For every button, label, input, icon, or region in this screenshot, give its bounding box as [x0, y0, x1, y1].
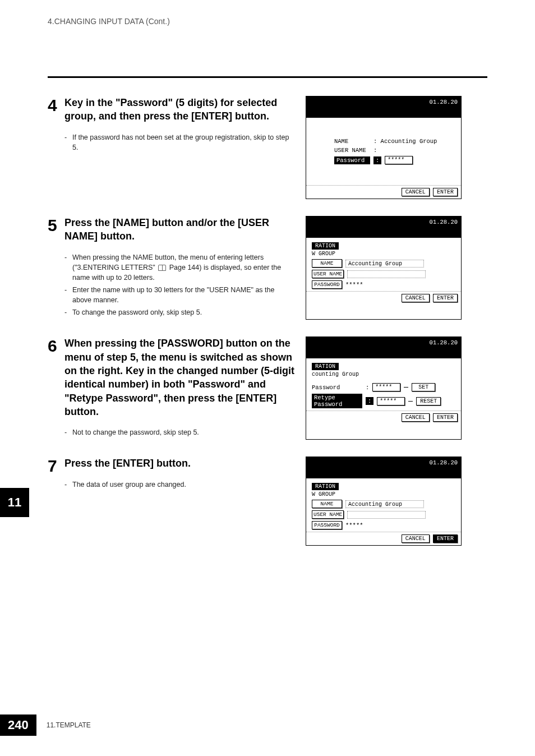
bullet-dash: - [64, 427, 72, 437]
cancel-button[interactable]: CANCEL [402, 534, 430, 543]
enter-button[interactable]: ENTER [433, 534, 458, 543]
name-value: : Accounting Group [373, 138, 437, 145]
step-6: 6 When pressing the [PASSWORD] button on… [48, 336, 487, 440]
password-value: ***** [345, 522, 363, 529]
timestamp: 01.28.20 [430, 219, 458, 225]
enter-button[interactable]: ENTER [433, 188, 458, 196]
step-7: 7 Press the [ENTER] button. - The data o… [48, 457, 487, 546]
retype-input[interactable]: ***** [377, 397, 405, 405]
timestamp: 01.28.20 [430, 99, 458, 105]
bullet-dash: - [64, 307, 72, 317]
screenshot-step5: 01.28.20 RATION W GROUP NAME Accounting … [306, 216, 462, 320]
screenshot-step6: 01.28.20 RATION counting Group Password … [306, 336, 462, 440]
bullet-text: If the password has not been set at the … [72, 132, 294, 153]
step-5: 5 Press the [NAME] button and/or the [US… [48, 216, 487, 320]
step-title: Press the [NAME] button and/or the [USER… [64, 216, 294, 243]
username-label: USER NAME [334, 147, 370, 154]
enter-button[interactable]: ENTER [433, 413, 458, 422]
enter-button[interactable]: ENTER [433, 294, 458, 302]
username-value [347, 270, 426, 278]
step-title: Key in the "Password" (5 digits) for sel… [64, 96, 294, 123]
username-value [347, 511, 426, 519]
password-input[interactable]: ***** [372, 383, 400, 391]
password-label: Password [312, 384, 362, 391]
bullet-dash: - [64, 132, 72, 153]
name-value: Accounting Group [345, 500, 424, 508]
cancel-button[interactable]: CANCEL [402, 188, 430, 196]
subheading: W GROUP [312, 251, 455, 257]
screenshot-step4: 01.28.20 NAME : Accounting Group USER NA… [306, 96, 462, 199]
timestamp: 01.28.20 [430, 339, 458, 346]
username-button[interactable]: USER NAME [312, 270, 344, 278]
tab-label: RATION [312, 242, 339, 250]
password-button[interactable]: PASSWORD [312, 521, 342, 529]
screenshot-step7: 01.28.20 RATION W GROUP NAME Accounting … [306, 457, 462, 546]
retype-label: Retype Password [312, 394, 362, 408]
subheading: counting Group [312, 371, 455, 377]
cancel-button[interactable]: CANCEL [402, 294, 430, 302]
password-value: ***** [345, 282, 363, 288]
chapter-label: 11.TEMPLATE [47, 721, 91, 729]
colon: : [366, 384, 369, 391]
step-4: 4 Key in the "Password" (5 digits) for s… [48, 96, 487, 199]
step-number: 6 [48, 336, 64, 440]
tab-label: RATION [312, 483, 339, 490]
colon: : [366, 397, 373, 405]
step-title: Press the [ENTER] button. [64, 457, 294, 470]
bullet-text: To change the password only, skip step 5… [72, 307, 294, 317]
step-title: When pressing the [PASSWORD] button on t… [64, 336, 294, 418]
page-header: 4.CHANGING INPUT DATA (Cont.) [48, 17, 487, 78]
step-number: 5 [48, 216, 64, 320]
page-footer: 240 11.TEMPLATE [0, 714, 91, 736]
password-input[interactable]: ***** [385, 156, 413, 164]
bullet-text: When pressing the NAME button, the menu … [72, 252, 294, 283]
chapter-tab: 11 [0, 488, 29, 517]
bullet-text: Enter the name with up to 30 letters for… [72, 285, 294, 305]
name-button[interactable]: NAME [312, 259, 342, 268]
name-label: NAME [334, 138, 370, 145]
bullet-dash: - [64, 252, 72, 283]
step-number: 7 [48, 457, 64, 546]
password-button[interactable]: PASSWORD [312, 280, 342, 289]
subheading: W GROUP [312, 491, 455, 497]
name-value: Accounting Group [345, 260, 424, 268]
cancel-button[interactable]: CANCEL [402, 413, 430, 422]
reset-button[interactable]: RESET [416, 397, 441, 405]
set-button[interactable]: SET [412, 383, 435, 391]
timestamp: 01.28.20 [430, 459, 458, 466]
book-icon [158, 265, 166, 271]
bullet-text: Not to change the password, skip step 5. [72, 427, 294, 437]
name-button[interactable]: NAME [312, 500, 342, 508]
colon: : [373, 156, 381, 164]
password-label: Password [334, 156, 370, 164]
bullet-text: The data of user group are changed. [72, 480, 294, 490]
page-number: 240 [0, 714, 36, 736]
username-value: : [373, 147, 377, 154]
bullet-dash: - [64, 285, 72, 305]
tab-label: RATION [312, 363, 339, 370]
step-number: 4 [48, 96, 64, 199]
username-button[interactable]: USER NAME [312, 510, 344, 519]
bullet-dash: - [64, 480, 72, 490]
